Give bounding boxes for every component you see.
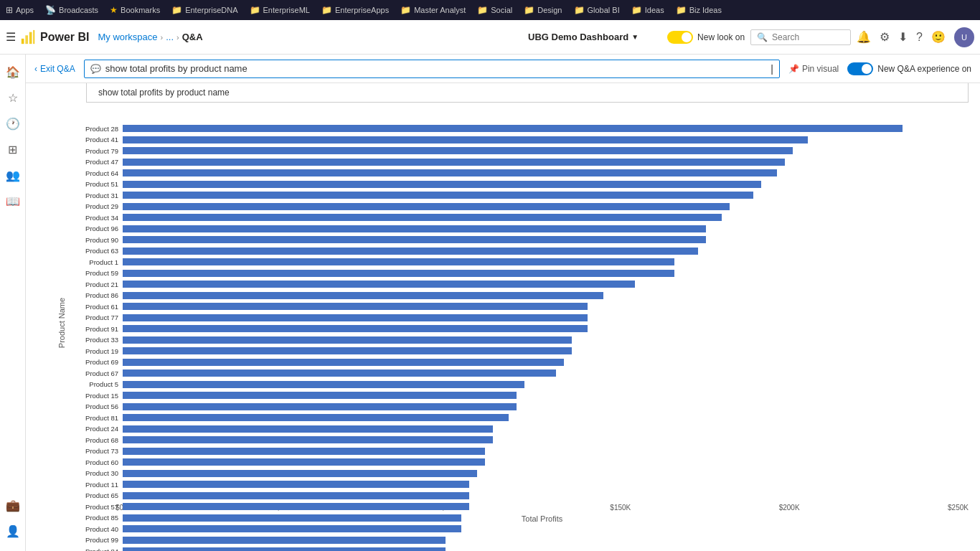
enterpriseml-nav-item[interactable]: 📁 EnterpriseML [250,5,310,15]
bookmarks-icon: ★ [110,5,118,15]
enterpriseapps-icon: 📁 [321,5,332,15]
social-nav-item[interactable]: 📁 Social [477,5,512,15]
ideas-label: Ideas [645,6,664,14]
social-label: Social [491,6,512,14]
bookmarks-label: Bookmarks [121,6,160,14]
search-icon: 🔍 [757,32,768,42]
bizideas-label: Biz Ideas [689,6,722,14]
new-look-label: New look on [697,32,745,42]
breadcrumb-current: Q&A [182,32,203,42]
apps-label: Apps [16,6,34,14]
globalbi-nav-item[interactable]: 📁 Global BI [574,5,620,15]
emoji-icon[interactable]: 🙂 [931,30,946,44]
breadcrumb-more[interactable]: ... [166,32,174,42]
search-box[interactable]: 🔍 [750,29,851,45]
design-label: Design [537,6,562,14]
svg-rect-2 [29,32,32,43]
enterprisedna-nav-item[interactable]: 📁 EnterpriseDNA [171,5,237,15]
design-icon: 📁 [524,5,534,15]
globalbi-icon: 📁 [574,5,585,15]
enterprisedna-icon: 📁 [171,5,182,15]
ideas-icon: 📁 [631,5,642,15]
notifications-icon[interactable]: 🔔 [857,30,871,44]
new-look-toggle-group: New look on [667,31,745,44]
social-icon: 📁 [477,5,488,15]
app-name: Power BI [40,31,89,44]
help-icon[interactable]: ? [916,31,923,44]
breadcrumb-sep2: › [176,33,179,42]
bookmarks-nav-item[interactable]: ★ Bookmarks [110,5,160,15]
apps-icon: ⊞ [6,5,13,15]
masteranalyst-label: Master Analyst [414,6,466,14]
svg-rect-0 [22,38,24,43]
avatar[interactable]: U [954,27,974,47]
enterpriseapps-nav-item[interactable]: 📁 EnterpriseApps [321,5,389,15]
broadcasts-nav-item[interactable]: 📡 Broadcasts [45,5,98,15]
settings-icon[interactable]: ⚙ [880,30,890,44]
top-navigation: ⊞ Apps 📡 Broadcasts ★ Bookmarks 📁 Enterp… [0,0,980,20]
ideas-nav-item[interactable]: 📁 Ideas [631,5,664,15]
bizideas-icon: 📁 [676,5,687,15]
pbi-header: ☰ Power BI My workspace › ... › Q&A UBG … [0,20,980,55]
apps-nav-item[interactable]: ⊞ Apps [6,5,34,15]
dashboard-title-text: UBG Demo Dashboard [528,32,628,42]
breadcrumb-sep1: › [161,33,164,42]
download-icon[interactable]: ⬇ [898,30,908,44]
enterprisedna-label: EnterpriseDNA [185,6,237,14]
masteranalyst-nav-item[interactable]: 📁 Master Analyst [400,5,466,15]
svg-rect-1 [25,35,28,44]
powerbi-logo-icon [20,29,36,45]
dashboard-title: UBG Demo Dashboard ▼ [528,32,639,42]
masteranalyst-icon: 📁 [400,5,411,15]
hamburger-menu-icon[interactable]: ☰ [6,30,16,44]
bizideas-nav-item[interactable]: 📁 Biz Ideas [676,5,722,15]
pbi-logo-area: ☰ Power BI [6,29,89,45]
enterpriseml-label: EnterpriseML [263,6,310,14]
enterpriseml-icon: 📁 [250,5,260,15]
new-look-toggle[interactable] [667,31,693,44]
breadcrumb: My workspace › ... › Q&A [98,32,202,42]
globalbi-label: Global BI [588,6,620,14]
broadcasts-label: Broadcasts [59,6,98,14]
enterpriseapps-label: EnterpriseApps [335,6,389,14]
workspace-link[interactable]: My workspace [98,32,157,42]
broadcasts-icon: 📡 [45,5,56,15]
search-input[interactable] [772,32,844,42]
design-nav-item[interactable]: 📁 Design [524,5,562,15]
header-icons: 🔔 ⚙ ⬇ ? 🙂 U [857,27,974,47]
dashboard-chevron-down-icon[interactable]: ▼ [631,33,639,41]
svg-rect-3 [33,29,34,43]
